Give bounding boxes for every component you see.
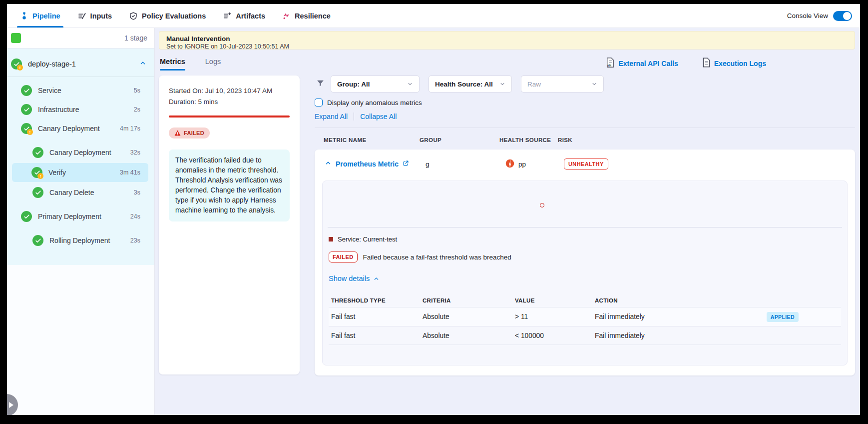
cell-criteria: Absolute <box>423 332 515 340</box>
step-verify[interactable]: ! Verify 3m 41s <box>12 163 148 182</box>
stage-tree: ! deploy-stage-1 Service 5s Infrastructu… <box>7 48 154 265</box>
col-group: GROUP <box>420 137 499 143</box>
step-canary-deployment-group[interactable]: ! Canary Deployment 4m 17s <box>8 119 153 138</box>
tab-label: Pipeline <box>32 12 60 20</box>
external-link-icon[interactable] <box>403 160 409 168</box>
console-view-label: Console View <box>787 12 828 20</box>
thresholds-table: THRESHOLD TYPE CRITERIA VALUE ACTION Fai… <box>329 294 841 345</box>
chart-legend: Service: Current-test <box>329 236 841 243</box>
col-value: VALUE <box>515 298 595 304</box>
external-api-calls-link[interactable]: API External API Calls <box>606 58 678 69</box>
step-service[interactable]: Service 5s <box>8 81 153 100</box>
tab-logs[interactable]: Logs <box>205 58 221 70</box>
failed-message: Failed because a fail-fast threshold was… <box>363 254 511 261</box>
top-nav: Pipeline Inputs Policy Evaluations Artif… <box>7 4 860 28</box>
step-duration: 5s <box>134 87 140 94</box>
execution-sidebar: 1 stage ! deploy-stage-1 Service 5s <box>7 28 155 415</box>
tab-label: Policy Evaluations <box>142 12 206 20</box>
artifacts-icon <box>223 12 232 20</box>
health-source-filter-dropdown[interactable]: Health Source: All <box>429 76 512 92</box>
pipeline-icon <box>20 12 28 20</box>
stage-name: deploy-stage-1 <box>28 60 76 68</box>
api-document-icon: API <box>606 58 614 69</box>
step-primary-deployment[interactable]: Primary Deployment 24s <box>8 207 153 226</box>
divider <box>354 112 354 120</box>
collapse-all-link[interactable]: Collapse All <box>360 112 397 120</box>
expand-all-link[interactable]: Expand All <box>315 112 348 120</box>
step-canary-delete[interactable]: Canary Delete 3s <box>8 183 153 202</box>
risk-badge-unhealthy: UNHEALTHY <box>564 158 608 170</box>
step-label: Service <box>38 86 61 94</box>
metric-group: g <box>426 160 505 168</box>
col-risk: RISK <box>558 137 572 143</box>
tab-pipeline[interactable]: Pipeline <box>20 4 60 28</box>
console-view-toggle[interactable] <box>833 11 852 21</box>
step-label: Verify <box>48 168 66 176</box>
banner-subtitle: Set to IGNORE on 10-Jul-2023 10:50:51 AM <box>166 43 848 50</box>
step-label: Canary Deployment <box>49 148 111 156</box>
col-action: ACTION <box>595 298 841 304</box>
step-label: Canary Deployment <box>38 124 100 132</box>
tab-label: Artifacts <box>236 12 265 20</box>
step-label: Primary Deployment <box>38 212 101 220</box>
prometheus-icon <box>505 159 514 170</box>
success-icon <box>32 147 43 158</box>
show-details-link[interactable]: Show details <box>329 274 380 282</box>
svg-text:API: API <box>607 64 612 67</box>
step-canary-deployment[interactable]: Canary Deployment 32s <box>8 143 153 162</box>
tab-label: Inputs <box>90 12 112 20</box>
execution-logs-link[interactable]: Execution Logs <box>702 58 766 69</box>
tab-inputs[interactable]: Inputs <box>77 4 112 28</box>
failed-badge: FAILED <box>329 252 358 262</box>
anomalous-data-point[interactable] <box>540 203 544 208</box>
step-rolling-deployment[interactable]: Rolling Deployment 23s <box>8 231 153 250</box>
threshold-row: Fail fast Absolute < 100000 Fail immedia… <box>329 326 841 345</box>
chevron-down-icon <box>407 81 413 87</box>
tab-metrics[interactable]: Metrics <box>160 58 185 70</box>
anomalous-metrics-checkbox[interactable] <box>315 98 323 106</box>
cell-action: Fail immediately <box>595 313 841 320</box>
chevron-up-icon[interactable] <box>139 60 146 68</box>
stage-header: 1 stage <box>7 28 154 48</box>
chevron-up-icon <box>373 276 380 282</box>
main-content: Manual Intervention Set to IGNORE on 10-… <box>155 28 860 415</box>
tab-label: Resilience <box>295 12 331 20</box>
step-infrastructure[interactable]: Infrastructure 2s <box>8 100 153 119</box>
chevron-up-icon[interactable] <box>325 160 332 168</box>
metric-detail-panel: Service: Current-test FAILED Failed beca… <box>322 180 848 366</box>
tab-policy-evaluations[interactable]: Policy Evaluations <box>129 4 206 28</box>
manual-intervention-banner: Manual Intervention Set to IGNORE on 10-… <box>159 31 855 50</box>
divider <box>7 76 154 77</box>
link-label: Execution Logs <box>714 60 766 68</box>
anomalous-metrics-label: Display only anomalous metrics <box>327 99 422 106</box>
verification-summary-card: Started On: Jul 10, 2023 10:47 AM Durati… <box>159 76 300 374</box>
raw-filter-dropdown[interactable]: Raw <box>521 76 604 92</box>
success-warning-icon: ! <box>21 123 32 134</box>
step-duration: 3s <box>134 189 140 196</box>
cell-value: < 100000 <box>515 332 595 340</box>
tab-label: Logs <box>205 58 221 66</box>
step-duration: 24s <box>130 213 140 220</box>
duration: Duration: 5 mins <box>169 96 290 108</box>
threshold-row: Fail fast Absolute > 11 Fail immediately… <box>329 307 841 326</box>
applied-badge: APPLIED <box>767 312 799 322</box>
col-metric-name: METRIC NAME <box>315 137 420 143</box>
failed-label: FAILED <box>184 130 204 136</box>
col-threshold-type: THRESHOLD TYPE <box>331 298 423 304</box>
tab-artifacts[interactable]: Artifacts <box>223 4 265 28</box>
step-label: Canary Delete <box>49 188 94 196</box>
verification-message: The verification failed due to anomalies… <box>169 150 290 222</box>
stage-status-chip[interactable] <box>11 33 21 43</box>
dropdown-value: Health Source: All <box>435 80 493 88</box>
banner-title: Manual Intervention <box>166 35 848 42</box>
app-window: Pipeline Inputs Policy Evaluations Artif… <box>7 4 860 415</box>
metric-name-link[interactable]: Prometheus Metric <box>336 160 399 168</box>
tab-resilience[interactable]: Resilience <box>282 4 331 28</box>
warning-triangle-icon <box>174 130 181 136</box>
dropdown-value: Group: All <box>337 80 370 88</box>
chevron-down-icon <box>591 81 597 87</box>
step-duration: 23s <box>130 237 140 244</box>
tab-label: Metrics <box>160 58 185 66</box>
stage-row-deploy-stage-1[interactable]: ! deploy-stage-1 <box>7 54 154 74</box>
group-filter-dropdown[interactable]: Group: All <box>331 76 420 92</box>
